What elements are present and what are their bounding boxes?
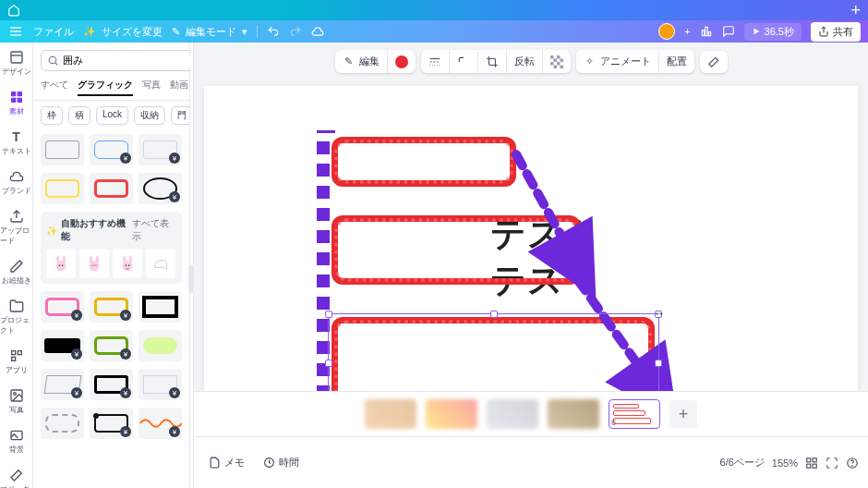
share-button[interactable]: 共有	[811, 22, 861, 42]
svg-rect-12	[11, 98, 16, 103]
position-button[interactable]: 配置	[659, 50, 694, 73]
element-thumb[interactable]: ¥	[90, 408, 133, 439]
tab-3[interactable]: 動画	[170, 79, 188, 96]
element-thumb[interactable]	[41, 173, 84, 204]
element-thumb[interactable]	[46, 249, 76, 278]
flip-button[interactable]: 反転	[507, 50, 543, 73]
rail-folder[interactable]: プロジェクト	[0, 297, 32, 337]
canvas-stage[interactable]: テスト テス	[204, 86, 858, 391]
file-menu[interactable]: ファイル	[33, 25, 74, 39]
home-icon[interactable]	[7, 4, 20, 17]
rail-image[interactable]: 背景	[0, 426, 32, 457]
edit-mode-menu[interactable]: ✎編集モード▾	[172, 25, 247, 39]
svg-rect-53	[560, 58, 563, 62]
border-style-button[interactable]	[421, 51, 450, 73]
element-thumb[interactable]: ¥	[41, 291, 84, 323]
tab-0[interactable]: すべて	[41, 79, 68, 96]
element-thumb[interactable]: ¥	[90, 330, 133, 361]
svg-rect-11	[17, 92, 21, 96]
notes-button[interactable]: メモ	[203, 452, 250, 473]
page-thumbnail[interactable]	[487, 399, 538, 429]
analytics-icon[interactable]	[700, 25, 713, 38]
color-swatch-icon	[395, 55, 408, 68]
element-thumb[interactable]	[139, 291, 182, 323]
element-thumb[interactable]: ¥	[41, 330, 84, 361]
search-field[interactable]	[63, 55, 190, 67]
resize-menu[interactable]: ✨サイズを変更	[83, 25, 163, 39]
page-strip: 6 +	[194, 391, 868, 436]
svg-rect-52	[553, 58, 557, 62]
element-thumb[interactable]: ¥	[139, 134, 182, 165]
rail-photo[interactable]: 写真	[0, 386, 32, 417]
help-icon[interactable]	[846, 457, 859, 470]
element-thumb[interactable]	[113, 249, 142, 278]
element-thumb[interactable]: ¥	[90, 134, 133, 165]
chip-収納[interactable]: 収納	[134, 106, 165, 125]
cloud-sync-icon[interactable]	[311, 25, 324, 38]
undo-icon[interactable]	[267, 25, 280, 38]
chip-枠[interactable]: 枠	[41, 106, 63, 125]
recommend-view-all[interactable]: すべて表示	[132, 217, 176, 243]
svg-rect-8	[11, 52, 22, 63]
element-thumb[interactable]: ···	[146, 249, 175, 278]
element-thumb[interactable]: ¥	[90, 291, 133, 323]
animate-button[interactable]: ✧アニメート	[576, 50, 659, 73]
element-thumb[interactable]: ¥	[139, 369, 182, 400]
corner-icon	[457, 55, 470, 68]
element-thumb[interactable]: ¥	[139, 173, 182, 204]
wand-icon	[707, 55, 720, 68]
fullscreen-icon[interactable]	[826, 457, 838, 470]
play-button[interactable]: 36.5秒	[744, 23, 802, 41]
rail-cloud[interactable]: ブランド	[0, 167, 32, 198]
element-thumb[interactable]: ¥	[41, 369, 84, 400]
search-input[interactable]: ⓧ	[41, 50, 211, 71]
fill-color-button[interactable]	[388, 51, 416, 73]
elements-grid[interactable]: ¥ ¥ ¥ ✨自動おすすめ機能 すべて表示 ···	[33, 130, 189, 488]
rail-T[interactable]: Tテキスト	[0, 128, 32, 158]
tab-2[interactable]: 写真	[142, 79, 161, 96]
category-tabs: すべてグラフィック写真動画図形>	[33, 79, 189, 101]
rail-layout[interactable]: デザイン	[0, 48, 32, 79]
comment-icon[interactable]	[722, 25, 735, 38]
element-thumb[interactable]	[41, 408, 84, 439]
add-page-button[interactable]: +	[669, 400, 697, 428]
rail-upload[interactable]: アップロード	[0, 207, 32, 248]
status-bar: メモ 時間 6/6ページ 155%	[194, 436, 868, 488]
add-member-icon[interactable]: +	[684, 26, 690, 37]
svg-point-34	[62, 264, 64, 266]
crop-button[interactable]	[478, 51, 507, 73]
chip-Lock[interactable]: Lock	[96, 106, 128, 125]
magic-button[interactable]	[700, 51, 728, 73]
corner-radius-button[interactable]	[450, 51, 478, 73]
new-tab-button[interactable]: +	[850, 1, 861, 20]
timeline-button[interactable]: 時間	[258, 452, 305, 473]
chip-柄[interactable]: 柄	[68, 106, 90, 125]
chip-門[interactable]: 門	[171, 106, 189, 125]
svg-point-33	[59, 264, 61, 266]
element-thumb[interactable]	[139, 330, 182, 361]
rail-apps[interactable]: アプリ	[0, 347, 32, 377]
element-thumb[interactable]	[41, 134, 84, 165]
tab-1[interactable]: グラフィック	[78, 79, 133, 96]
grid-view-icon[interactable]	[805, 457, 818, 470]
animate-icon: ✧	[584, 55, 597, 68]
app-toolbar: ファイル ✨サイズを変更 ✎編集モード▾ + 36.5秒 共有	[0, 20, 868, 43]
rail-pencil[interactable]: お絵描き	[0, 257, 32, 287]
zoom-control[interactable]: 155%	[772, 458, 798, 469]
rail-grid[interactable]: 素材	[0, 88, 32, 118]
page-thumbnail[interactable]	[548, 399, 599, 429]
element-thumb[interactable]	[79, 249, 109, 278]
rail-wand[interactable]: マジック生成	[0, 466, 32, 488]
page-thumbnail[interactable]	[426, 399, 477, 429]
element-thumb[interactable]	[90, 173, 133, 204]
page-thumbnail-active[interactable]: 6	[609, 399, 660, 429]
element-thumb[interactable]: ¥	[90, 369, 133, 400]
page-thumbnail[interactable]	[365, 399, 416, 429]
edit-element-button[interactable]: ✎編集	[335, 50, 388, 73]
redo-icon[interactable]	[289, 25, 302, 38]
avatar[interactable]	[658, 23, 675, 40]
svg-rect-55	[557, 62, 561, 66]
hamburger-icon[interactable]	[7, 24, 24, 39]
transparency-button[interactable]	[543, 51, 571, 73]
element-thumb[interactable]: ¥	[139, 408, 182, 439]
